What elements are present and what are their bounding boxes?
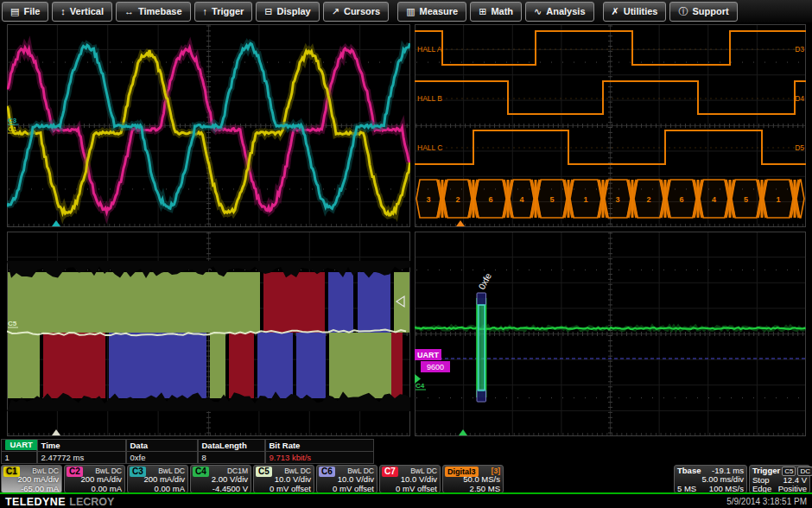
uart-protocol-badge: UART (5, 440, 38, 450)
channel-chip-c3: C3 (130, 467, 146, 477)
uart-decode-table[interactable]: UARTTimeDataDataLengthBit Rate12.47772 m… (1, 439, 374, 464)
menu-item-label: Analysis (546, 6, 585, 16)
menu-item-label: Display (277, 6, 311, 16)
pwm-block-C6 (358, 272, 390, 333)
bus-value: 5 (549, 195, 554, 204)
tbase-label: Tbase (677, 467, 701, 475)
channel-chip-digital3: Digital3 (445, 467, 479, 477)
channel-chip-c7: C7 (382, 467, 398, 477)
menu-item-cursors[interactable]: ↗Cursors (323, 2, 389, 22)
vertical-icon: ↕ (60, 6, 66, 16)
channel-chip-c5: C5 (256, 467, 272, 477)
trigger-position-marker[interactable] (52, 220, 60, 226)
menu-item-support[interactable]: ⓘSupport (669, 2, 737, 22)
channel-descriptor-c1[interactable]: C1BwL DC200 mA/div-65.00 mA (1, 465, 62, 493)
channel-edge-label: C5 (8, 320, 17, 327)
bus-value: 2 (455, 195, 460, 204)
channel-descriptor-c5[interactable]: C5BwL DC10.0 V/div0 mV offset (253, 465, 314, 493)
pwm-block-C7 (43, 333, 105, 398)
menu-item-timebase[interactable]: ↔Timebase (116, 2, 191, 22)
trigger-position-marker[interactable] (52, 429, 60, 435)
timebase-descriptor[interactable]: Tbase-19.1 ms5.00 ms/div5 MS100 MS/s (674, 465, 747, 493)
pwm-block-C7 (391, 333, 403, 398)
uart-table-header: Bit Rate (265, 439, 375, 452)
menu-item-label: Trigger (212, 6, 244, 16)
lane-right-label: D5 (795, 143, 804, 152)
menu-item-label: Utilities (624, 6, 658, 16)
menu-item-label: Math (491, 6, 513, 16)
channel-descriptor-digital3[interactable]: Digital3[3]50.0 MS/s2.50 MS (442, 465, 504, 493)
timebase-icon: ↔ (124, 6, 134, 16)
pwm-block-C6 (296, 333, 326, 398)
channel-edge-label: C1 (8, 125, 17, 133)
uart-table-cell-index[interactable]: 1 (1, 451, 38, 464)
channel-descriptor-c4[interactable]: C4DC1M2.00 V/div-4.4500 V (190, 465, 251, 493)
utilities-icon: ✗ (612, 6, 619, 17)
decode-cap-top (477, 293, 486, 305)
file-icon: ▤ (10, 6, 19, 17)
channel-descriptor-c6[interactable]: C6BwL DC10.0 V/div0 mV offset (316, 465, 377, 493)
bus-value: 4 (519, 195, 523, 204)
pwm-block-C5 (8, 272, 260, 333)
analysis-icon: ∿ (534, 6, 542, 17)
menu-item-trigger[interactable]: ↑Trigger (194, 2, 253, 22)
lane-label: HALL C (417, 143, 442, 152)
menu-bar: ▤File↕Vertical↔Timebase↑Trigger⊟Display↗… (0, 0, 812, 23)
bus-value: 6 (679, 195, 683, 204)
trigger-position-marker[interactable] (459, 429, 467, 435)
channel-descriptor-c3[interactable]: C3BwL DC200 mA/div0.00 mA (127, 465, 188, 493)
brand-lecroy: LECROY (69, 496, 114, 508)
decode-cap-bottom (477, 390, 486, 402)
uart-table-header: Data (126, 439, 199, 452)
menu-item-utilities[interactable]: ✗Utilities (603, 2, 667, 22)
uart-table-cell-datalength[interactable]: 8 (198, 451, 266, 464)
channel-chip-c6: C6 (319, 467, 335, 477)
grid-phase-currents[interactable]: C3C1 (7, 24, 410, 227)
grid-uart-signal[interactable]: 0xfeUART9600C4 (415, 232, 806, 436)
menu-item-analysis[interactable]: ∿Analysis (525, 2, 593, 22)
menu-item-math[interactable]: ⊞Math (470, 2, 522, 22)
bus-value: 6 (488, 195, 492, 204)
channel-descriptor-c7[interactable]: C7BwL DC10.0 V/div0 mV offset (379, 465, 441, 493)
math-icon: ⊞ (479, 6, 486, 17)
menu-item-display[interactable]: ⊟Display (256, 2, 319, 22)
support-icon: ⓘ (678, 5, 688, 18)
brand-teledyne: TELEDYNE (5, 496, 66, 508)
channel-chip-c1: C1 (3, 467, 20, 477)
menu-item-label: Timebase (138, 6, 182, 16)
bus-value: 2 (646, 195, 650, 204)
uart-table-cell-time[interactable]: 2.47772 ms (37, 451, 127, 464)
pwm-block-C5 (329, 333, 396, 398)
channel-descriptor-bar: C1BwL DC200 mA/div-65.00 mAC2BwL DC200 m… (0, 465, 812, 493)
bus-value: 5 (744, 195, 748, 204)
pwm-block-C5 (210, 333, 225, 398)
trigger-descriptor[interactable]: TriggerC5DCStop12.4 VEdgePositive (749, 465, 810, 493)
pwm-block-C6 (257, 333, 293, 398)
channel-chip-c4: C4 (193, 467, 209, 477)
brand-logo: TELEDYNE LECROY (5, 493, 114, 508)
oscilloscope-app: ▤File↕Vertical↔Timebase↑Trigger⊟Display↗… (0, 0, 812, 508)
pwm-block-C7 (229, 333, 254, 398)
datetime: 5/9/2014 3:18:51 PM (726, 497, 807, 506)
menu-item-measure[interactable]: ▥Measure (397, 2, 466, 22)
bus-value: 1 (776, 195, 780, 204)
bus-value: 3 (426, 195, 430, 204)
measure-icon: ▥ (406, 6, 415, 17)
trigger-icon: ↑ (203, 6, 208, 16)
menu-item-vertical[interactable]: ↕Vertical (52, 2, 112, 22)
grid-pwm-voltages[interactable]: C5 (7, 232, 410, 436)
uart-table-cell-data[interactable]: 0xfe (126, 451, 199, 464)
hall-sensors-plot: HALL AD3HALL BD4HALL CD5326451326451 (415, 24, 806, 227)
uart-table-cell-bit_rate[interactable]: 9.713 kbit/s (265, 451, 375, 464)
channel-chip-c2: C2 (67, 467, 83, 477)
lane-label: HALL B (417, 94, 442, 103)
menu-item-file[interactable]: ▤File (2, 2, 48, 22)
grid-hall-sensors[interactable]: HALL AD3HALL BD4HALL CD5326451326451 (415, 24, 806, 227)
channel-descriptor-c2[interactable]: C2BwL DC200 mA/div0.00 mA (64, 465, 125, 493)
lane-label: HALL A (417, 45, 442, 54)
pwm-voltages-plot: C5 (7, 232, 410, 436)
uart-table-header: Time (37, 439, 127, 452)
pwm-block-C6 (328, 272, 353, 333)
menu-item-label: Support (692, 6, 728, 16)
menu-item-label: Vertical (70, 6, 104, 16)
